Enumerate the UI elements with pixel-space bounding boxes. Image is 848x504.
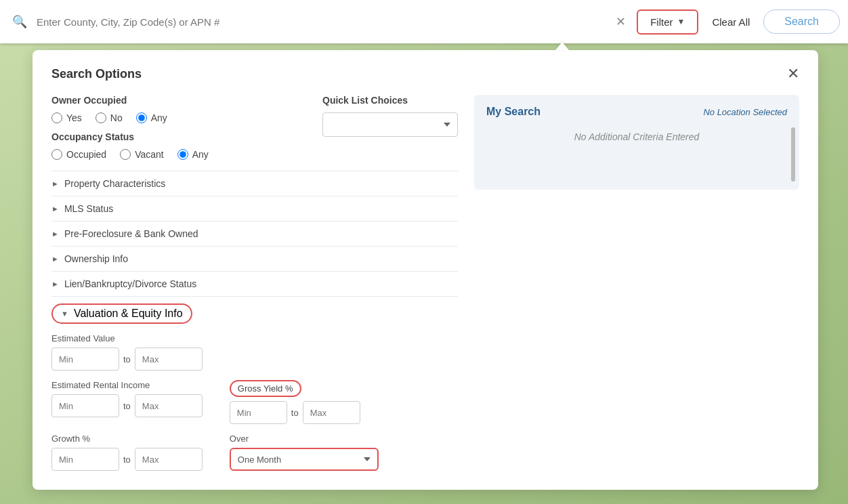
panel-header: Search Options ✕ — [51, 66, 799, 81]
estimated-rental-max[interactable] — [135, 394, 203, 417]
over-group: Over One Month Three Months Six Months O… — [230, 434, 379, 471]
gross-yield-min[interactable] — [230, 401, 287, 424]
occupancy-any-label: Any — [192, 149, 209, 160]
gross-yield-label: Gross Yield % — [230, 380, 301, 397]
occupancy-vacant-label: Vacant — [135, 149, 164, 160]
over-label: Over — [230, 434, 379, 444]
valuation-equity-section: ▼ Valuation & Equity Info Estimated Valu… — [51, 296, 458, 471]
valuation-header[interactable]: ▼ Valuation & Equity Info — [51, 303, 192, 324]
clear-all-button[interactable]: Clear All — [704, 11, 758, 33]
growth-group: Growth % to — [51, 434, 203, 471]
estimated-value-range: to — [51, 348, 458, 371]
growth-max[interactable] — [135, 448, 203, 471]
growth-over-cols: Growth % to Over — [51, 434, 458, 471]
pre-foreclosure-label: Pre-Foreclosure & Bank Owned — [64, 228, 198, 239]
occupancy-vacant-option[interactable]: Vacant — [120, 149, 164, 160]
search-options-panel: Search Options ✕ Owner Occupied Yes — [33, 50, 818, 490]
lien-bankruptcy-header[interactable]: ► Lien/Bankruptcy/Divorce Status — [51, 278, 458, 289]
valuation-label: Valuation & Equity Info — [74, 308, 183, 320]
mls-status-header[interactable]: ► MLS Status — [51, 203, 458, 214]
filter-chevron-icon: ▼ — [677, 17, 685, 26]
rental-to: to — [123, 401, 131, 411]
mls-chevron-icon: ► — [51, 205, 59, 213]
owner-no-label: No — [110, 112, 123, 123]
occupancy-occupied-option[interactable]: Occupied — [51, 149, 106, 160]
quick-list-select[interactable] — [322, 112, 458, 137]
lien-bankruptcy-label: Lien/Bankruptcy/Divorce Status — [64, 278, 196, 289]
growth-label: Growth % — [51, 434, 203, 444]
no-criteria-text: No Additional Criteria Entered — [486, 131, 787, 142]
occupancy-label: Occupancy Status — [51, 131, 306, 142]
estimated-rental-group: Estimated Rental Income to — [51, 380, 203, 424]
owner-quick-row: Owner Occupied Yes No — [51, 95, 458, 171]
my-search-box: My Search No Location Selected No Additi… — [474, 95, 799, 190]
growth-min[interactable] — [51, 448, 119, 471]
no-location-text: No Location Selected — [703, 107, 787, 117]
ownership-info-section: ► Ownership Info — [51, 246, 458, 271]
owner-occupied-radio-group: Yes No Any — [51, 112, 306, 123]
property-characteristics-header[interactable]: ► Property Characteristics — [51, 178, 458, 189]
occupancy-vacant-radio[interactable] — [120, 149, 131, 160]
left-column: Owner Occupied Yes No — [51, 95, 458, 471]
estimated-value-min[interactable] — [51, 348, 119, 371]
owner-no-radio[interactable] — [96, 112, 106, 123]
owner-yes-option[interactable]: Yes — [51, 112, 82, 123]
panel-body: Owner Occupied Yes No — [51, 95, 799, 471]
property-characteristics-section: ► Property Characteristics — [51, 171, 458, 196]
gross-yield-group: Gross Yield % to — [230, 380, 360, 424]
quick-list-section: Quick List Choices — [322, 95, 458, 137]
my-search-title: My Search — [486, 106, 540, 118]
gross-yield-max[interactable] — [303, 401, 360, 424]
over-select[interactable]: One Month Three Months Six Months One Ye… — [230, 448, 379, 471]
owner-yes-label: Yes — [66, 112, 82, 123]
property-characteristics-label: Property Characteristics — [64, 178, 165, 189]
pre-foreclosure-header[interactable]: ► Pre-Foreclosure & Bank Owned — [51, 228, 458, 239]
pre-foreclosure-section: ► Pre-Foreclosure & Bank Owned — [51, 221, 458, 246]
my-search-scrollbar[interactable] — [791, 127, 795, 182]
valuation-chevron-icon: ▼ — [61, 310, 68, 318]
quick-list-label: Quick List Choices — [322, 95, 458, 106]
owner-any-option[interactable]: Any — [136, 112, 167, 123]
ownership-info-label: Ownership Info — [64, 253, 128, 264]
estimated-rental-min[interactable] — [51, 394, 119, 417]
owner-no-option[interactable]: No — [96, 112, 123, 123]
filter-caret — [555, 42, 569, 50]
ownership-info-header[interactable]: ► Ownership Info — [51, 253, 458, 264]
estimated-rental-range: to — [51, 394, 203, 417]
lien-chevron-icon: ► — [51, 280, 59, 288]
owner-occupied-label: Owner Occupied — [51, 95, 306, 106]
clear-input-button[interactable]: ✕ — [610, 12, 631, 32]
panel-close-button[interactable]: ✕ — [787, 66, 799, 81]
rental-gross-row: Estimated Rental Income to Gross Yield % — [51, 380, 458, 424]
estimated-value-label: Estimated Value — [51, 333, 458, 343]
pre-foreclosure-chevron-icon: ► — [51, 230, 59, 238]
estimated-rental-label: Estimated Rental Income — [51, 380, 203, 390]
occupancy-any-radio[interactable] — [177, 149, 188, 160]
growth-to: to — [123, 455, 131, 465]
occupancy-occupied-label: Occupied — [66, 149, 106, 160]
occupancy-occupied-radio[interactable] — [51, 149, 62, 160]
occupancy-any-option[interactable]: Any — [177, 149, 209, 160]
growth-over-row: Growth % to Over — [51, 434, 458, 471]
estimated-value-row: Estimated Value to — [51, 333, 458, 371]
mls-status-section: ► MLS Status — [51, 196, 458, 221]
occupancy-radio-group: Occupied Vacant Any — [51, 149, 306, 160]
panel-title: Search Options — [51, 67, 142, 81]
lien-bankruptcy-section: ► Lien/Bankruptcy/Divorce Status — [51, 271, 458, 296]
my-search-header: My Search No Location Selected — [486, 106, 787, 118]
gross-yield-range: to — [230, 401, 360, 424]
estimated-value-to: to — [123, 354, 131, 364]
filter-button[interactable]: Filter ▼ — [637, 9, 698, 35]
right-column: My Search No Location Selected No Additi… — [474, 95, 799, 471]
owner-occupied-section: Owner Occupied Yes No — [51, 95, 306, 123]
mls-status-label: MLS Status — [64, 203, 113, 214]
owner-yes-radio[interactable] — [51, 112, 62, 123]
search-button[interactable]: Search — [763, 9, 840, 34]
filter-label: Filter — [650, 16, 673, 28]
search-input[interactable] — [37, 16, 605, 28]
estimated-value-max[interactable] — [135, 348, 203, 371]
property-chevron-icon: ► — [51, 180, 59, 188]
ownership-chevron-icon: ► — [51, 255, 59, 263]
owner-any-radio[interactable] — [136, 112, 147, 123]
top-search-bar: 🔍 ✕ Filter ▼ Clear All Search — [0, 0, 848, 43]
